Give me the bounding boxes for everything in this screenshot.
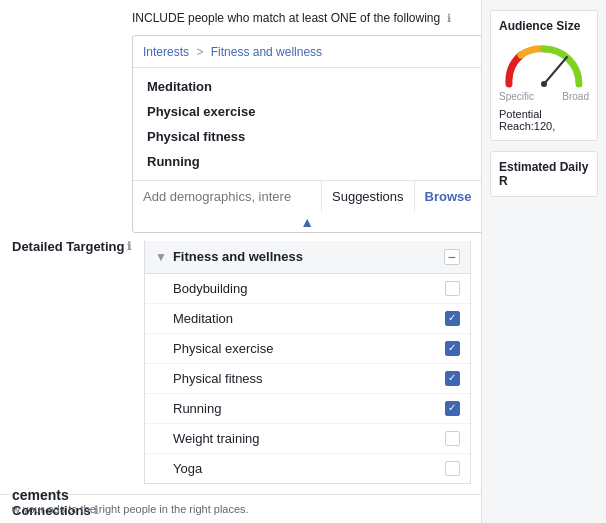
dropdown-panel: ▼ Fitness and wellness − Bodybuilding Me… bbox=[144, 241, 471, 484]
checkbox-row-weight-training: Weight training bbox=[145, 424, 470, 454]
breadcrumb-parent-link[interactable]: Interests bbox=[143, 45, 189, 59]
placements-title: cements bbox=[12, 487, 249, 503]
svg-line-0 bbox=[544, 57, 567, 84]
search-row: Suggestions Browse bbox=[133, 180, 481, 212]
interest-item: Physical exercise bbox=[133, 99, 481, 124]
gauge-labels: Specific Broad bbox=[499, 91, 589, 102]
estimated-daily-section: Estimated Daily R bbox=[490, 151, 598, 197]
placements-section: cements w your ads to the right people i… bbox=[0, 479, 261, 523]
minus-button[interactable]: − bbox=[444, 249, 460, 265]
detailed-targeting-label: Detailed Targeting ℹ bbox=[12, 10, 132, 484]
checkbox-row-physical-exercise: Physical exercise bbox=[145, 334, 470, 364]
include-info-icon[interactable]: ℹ bbox=[447, 12, 451, 24]
include-text: INCLUDE people who match at least ONE of… bbox=[132, 11, 440, 25]
targeting-box: Interests > Fitness and wellness Meditat… bbox=[132, 35, 481, 233]
interest-list: Meditation Physical exercise Physical fi… bbox=[133, 68, 481, 180]
svg-point-1 bbox=[541, 81, 547, 87]
right-column: Audience Size bbox=[481, 0, 606, 523]
potential-reach: Potential Reach:120, bbox=[499, 108, 589, 132]
breadcrumb-separator: > bbox=[196, 45, 203, 59]
left-column: Detailed Targeting ℹ INCLUDE people who … bbox=[0, 0, 481, 523]
dropdown-header: ▼ Fitness and wellness − bbox=[145, 241, 470, 274]
checkbox-label: Physical exercise bbox=[173, 341, 445, 356]
checkbox-row-running: Running bbox=[145, 394, 470, 424]
dt-content: INCLUDE people who match at least ONE of… bbox=[132, 10, 481, 484]
dt-info-icon[interactable]: ℹ bbox=[127, 240, 131, 253]
detailed-targeting-section: Detailed Targeting ℹ INCLUDE people who … bbox=[0, 0, 481, 494]
estimated-daily-title: Estimated Daily R bbox=[499, 160, 589, 188]
page-layout: Detailed Targeting ℹ INCLUDE people who … bbox=[0, 0, 606, 523]
placements-subtitle: w your ads to the right people in the ri… bbox=[12, 503, 249, 515]
breadcrumb: Interests > Fitness and wellness bbox=[143, 45, 322, 59]
gauge-svg bbox=[499, 39, 589, 89]
broad-label: Broad bbox=[562, 91, 589, 102]
checkbox-label: Weight training bbox=[173, 431, 445, 446]
gauge-chart bbox=[499, 39, 589, 89]
collapse-arrow[interactable]: ▲ bbox=[133, 212, 481, 232]
checkbox-physical-fitness[interactable] bbox=[445, 371, 460, 386]
checkbox-row-meditation: Meditation bbox=[145, 304, 470, 334]
checkbox-weight-training[interactable] bbox=[445, 431, 460, 446]
checkbox-bodybuilding[interactable] bbox=[445, 281, 460, 296]
audience-size-section: Audience Size bbox=[490, 10, 598, 141]
checkbox-yoga[interactable] bbox=[445, 461, 460, 476]
dropdown-collapse-btn[interactable]: ▼ bbox=[155, 250, 167, 264]
specific-label: Specific bbox=[499, 91, 534, 102]
breadcrumb-row: Interests > Fitness and wellness bbox=[133, 36, 481, 68]
checkbox-meditation[interactable] bbox=[445, 311, 460, 326]
audience-size-title: Audience Size bbox=[499, 19, 589, 33]
checkbox-label: Meditation bbox=[173, 311, 445, 326]
search-input[interactable] bbox=[133, 181, 321, 212]
suggestions-tab[interactable]: Suggestions bbox=[322, 181, 415, 212]
checkbox-label: Running bbox=[173, 401, 445, 416]
include-description: INCLUDE people who match at least ONE of… bbox=[132, 10, 481, 27]
checkbox-row-bodybuilding: Bodybuilding bbox=[145, 274, 470, 304]
checkbox-label: Physical fitness bbox=[173, 371, 445, 386]
checkbox-row-physical-fitness: Physical fitness bbox=[145, 364, 470, 394]
checkbox-label: Bodybuilding bbox=[173, 281, 445, 296]
checkbox-physical-exercise[interactable] bbox=[445, 341, 460, 356]
tab-buttons: Suggestions Browse bbox=[321, 181, 481, 212]
interest-item: Meditation bbox=[133, 74, 481, 99]
browse-tab[interactable]: Browse bbox=[415, 181, 481, 212]
dt-label-text: Detailed Targeting bbox=[12, 239, 124, 254]
breadcrumb-child[interactable]: Fitness and wellness bbox=[211, 45, 322, 59]
right-column-inner: Audience Size bbox=[482, 0, 606, 207]
interest-item: Running bbox=[133, 149, 481, 174]
dropdown-category-title: Fitness and wellness bbox=[173, 249, 444, 264]
interest-item: Physical fitness bbox=[133, 124, 481, 149]
checkbox-label: Yoga bbox=[173, 461, 445, 476]
checkbox-running[interactable] bbox=[445, 401, 460, 416]
